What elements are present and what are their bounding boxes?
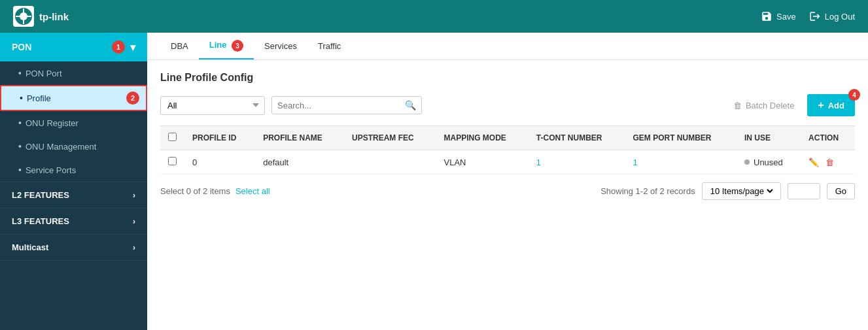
page-number-input[interactable] [788,183,820,199]
unused-label: Unused [754,157,783,167]
search-box: 🔍 [271,96,422,114]
tab-line[interactable]: Line 3 [199,33,254,59]
svg-rect-3 [23,19,24,24]
toolbar-right: 🗑 Batch Delete + Add 4 [727,94,855,116]
cell-t-cont-number[interactable]: 1 [529,150,625,174]
tab-services-label: Services [264,41,297,51]
footer-left: Select 0 of 2 items Select all [160,186,270,196]
tab-traffic-label: Traffic [318,41,341,51]
save-button[interactable]: Save [761,10,796,22]
cell-profile-id: 0 [184,150,255,174]
save-label: Save [776,12,796,22]
cell-upstream-fec [344,150,436,174]
cell-mapping-mode: VLAN [436,150,529,174]
search-icon: 🔍 [405,100,416,110]
logout-label: Log Out [825,12,855,22]
batch-delete-button[interactable]: 🗑 Batch Delete [727,97,801,114]
sub-tabs: DBA Line 3 Services Traffic [147,33,868,60]
cell-action: ✏️ 🗑 [801,150,855,174]
top-navbar: tp-link Save Log Out [0,0,868,33]
sidebar-item-service-ports[interactable]: Service Ports [0,158,147,182]
main-layout: PON 1 ▾ PON Port Profile 2 ONU Register … [0,33,868,330]
filter-select[interactable]: All [160,96,265,115]
sidebar-item-pon-port[interactable]: PON Port [0,61,147,85]
sidebar-section-l2: L2 FEATURES › [0,182,147,208]
sidebar-item-l3-features[interactable]: L3 FEATURES › [0,208,147,234]
page-title: Line Profile Config [160,72,855,84]
multicast-label: Multicast [12,242,48,252]
service-ports-label: Service Ports [26,165,76,175]
sidebar-item-onu-register[interactable]: ONU Register [0,111,147,135]
header-t-cont-number: T-CONT NUMBER [529,126,625,150]
unused-dot [744,159,750,165]
select-count-text: Select 0 of 2 items [160,186,230,196]
pon-step-badge: 1 [112,41,125,54]
sidebar-item-profile[interactable]: Profile 2 [0,85,147,111]
select-all-checkbox[interactable] [168,133,177,141]
svg-rect-4 [16,16,21,17]
search-input[interactable] [277,101,401,110]
tab-line-label: Line [209,40,227,50]
tab-dba[interactable]: DBA [160,35,199,59]
action-icons: ✏️ 🗑 [808,157,847,167]
multicast-chevron-icon: › [133,243,135,252]
svg-rect-2 [23,8,24,14]
tab-traffic[interactable]: Traffic [307,35,351,59]
items-per-page-select[interactable]: 10 Items/page 20 Items/page 50 Items/pag… [708,186,775,197]
cell-profile-name: default [255,150,344,174]
sidebar-header-pon[interactable]: PON 1 ▾ [0,33,147,61]
footer-right: Showing 1-2 of 2 records 10 Items/page 2… [600,182,855,200]
tab-dba-label: DBA [171,41,188,51]
header-in-use: IN USE [737,126,801,150]
tab-services[interactable]: Services [254,35,307,59]
cell-gem-port-number[interactable]: 1 [625,150,737,174]
add-button[interactable]: + Add 4 [807,94,855,116]
cell-in-use: Unused [737,150,801,174]
items-per-page-selector: 10 Items/page 20 Items/page 50 Items/pag… [702,182,781,200]
sidebar: PON 1 ▾ PON Port Profile 2 ONU Register … [0,33,147,330]
logout-button[interactable]: Log Out [809,10,855,22]
go-button[interactable]: Go [827,183,855,199]
unused-badge: Unused [744,157,793,167]
header-checkbox-cell [160,126,184,150]
sidebar-item-l2-features[interactable]: L2 FEATURES › [0,182,147,208]
l3-chevron-icon: › [133,217,135,226]
header-profile-id: PROFILE ID [184,126,255,150]
row-checkbox-cell [160,150,184,174]
pon-port-label: PON Port [26,69,62,78]
page-content: Line Profile Config All 🔍 🗑 Batch Delete [147,60,868,330]
onu-management-label: ONU Management [26,142,96,152]
profile-label: Profile [27,93,51,103]
line-step-badge: 3 [232,40,243,52]
add-icon: + [818,99,824,111]
trash-icon: 🗑 [733,101,742,110]
delete-icon[interactable]: 🗑 [825,157,834,167]
sidebar-item-onu-management[interactable]: ONU Management [0,135,147,158]
svg-rect-5 [26,16,31,17]
row-checkbox[interactable] [168,157,177,165]
header-mapping-mode: MAPPING MODE [436,126,529,150]
select-all-link[interactable]: Select all [235,186,270,196]
profile-step-badge: 2 [126,91,139,105]
sidebar-section-multicast: Multicast › [0,235,147,261]
sidebar-item-multicast[interactable]: Multicast › [0,235,147,260]
data-table: PROFILE ID PROFILE NAME UPSTREAM FEC MAP… [160,125,855,174]
sidebar-section-pon: PON 1 ▾ PON Port Profile 2 ONU Register … [0,33,147,182]
logo-area: tp-link [13,6,69,27]
add-label: Add [828,101,844,110]
toolbar: All 🔍 🗑 Batch Delete + Add 4 [160,94,855,116]
batch-delete-label: Batch Delete [746,101,794,110]
logo-text: tp-link [39,11,69,22]
onu-register-label: ONU Register [26,118,78,128]
logout-icon [809,10,821,22]
sidebar-section-l3: L3 FEATURES › [0,208,147,235]
top-nav-right: Save Log Out [761,10,855,22]
sidebar-pon-label: PON [12,42,31,52]
showing-text: Showing 1-2 of 2 records [600,186,695,196]
header-profile-name: PROFILE NAME [255,126,344,150]
edit-icon[interactable]: ✏️ [808,157,819,167]
l2-chevron-icon: › [133,191,135,200]
toolbar-left: All 🔍 [160,96,422,115]
main-content: DBA Line 3 Services Traffic Line Profile… [147,33,868,330]
table-row: 0 default VLAN 1 1 Unused [160,150,855,174]
